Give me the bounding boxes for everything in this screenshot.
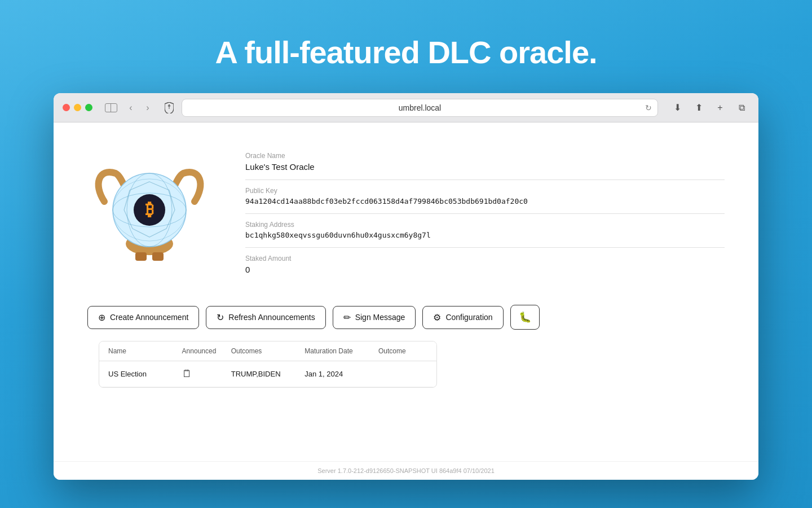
hero-title: A full-featured DLC oracle. (215, 34, 597, 71)
staked-amount-label: Staked Amount (245, 255, 725, 262)
back-button[interactable]: ‹ (124, 101, 138, 115)
oracle-name-label: Oracle Name (245, 152, 725, 160)
public-key-label: Public Key (245, 187, 725, 195)
staking-address-value: bc1qhkg580xeqvssgu60duvn6hu0x4gusxcm6y8g… (245, 231, 725, 239)
maximize-button[interactable] (85, 104, 92, 111)
refresh-icon: ↻ (645, 103, 652, 112)
cell-maturation-date: Jan 1, 2024 (304, 370, 378, 378)
action-buttons: ⊕ Create Announcement ↻ Refresh Announce… (87, 305, 725, 330)
cell-outcomes: TRUMP,BIDEN (231, 370, 305, 378)
forward-button[interactable]: › (141, 101, 155, 115)
staking-address-label: Staking Address (245, 221, 725, 229)
sign-message-label: Sign Message (355, 313, 405, 322)
configuration-button[interactable]: ⚙ Configuration (422, 306, 503, 329)
sidebar-toggle-button[interactable] (105, 103, 117, 112)
cell-name: US Election (108, 370, 182, 378)
public-key-value: 94a1204cd14aa88bdcf03eb2fccd063158d4af79… (245, 197, 725, 205)
col-header-maturation: Maturation Date (304, 347, 378, 355)
create-announcement-label: Create Announcement (110, 313, 188, 322)
announcements-table: Name Announced Outcomes Maturation Date … (99, 341, 437, 388)
table-row[interactable]: US Election 🗒 TRUMP,BIDEN Jan 1, 2024 (99, 361, 436, 387)
oracle-name-field: Oracle Name Luke's Test Oracle (245, 145, 725, 180)
new-tab-icon[interactable]: + (712, 100, 728, 116)
debug-button[interactable]: 🐛 (510, 305, 540, 330)
footer-text: Server 1.7.0-212-d9126650-SNAPSHOT UI 86… (317, 467, 495, 474)
col-header-announced: Announced (182, 347, 231, 355)
url-display: umbrel.local (399, 103, 441, 112)
col-header-outcomes: Outcomes (231, 347, 305, 355)
refresh-announcements-label: Refresh Announcements (228, 313, 315, 322)
svg-text:₿: ₿ (145, 200, 154, 218)
col-header-outcome: Outcome (378, 347, 427, 355)
announcement-icon: 🗒 (182, 368, 192, 379)
bug-icon: 🐛 (519, 311, 531, 323)
oracle-fields: Oracle Name Luke's Test Oracle Public Ke… (245, 145, 725, 282)
public-key-field: Public Key 94a1204cd14aa88bdcf03eb2fccd0… (245, 180, 725, 214)
staked-amount-value: 0 (245, 265, 725, 274)
plus-circle-icon: ⊕ (98, 312, 105, 323)
browser-window: ‹ › umbrel.local ↻ ⬇ ⬆ + ⧉ (54, 93, 758, 480)
oracle-name-value: Luke's Test Oracle (245, 162, 725, 172)
oracle-logo: ₿ (87, 145, 211, 275)
browser-nav: ‹ › (124, 101, 155, 115)
browser-actions: ⬇ ⬆ + ⧉ (669, 100, 749, 116)
sign-message-button[interactable]: ✏ Sign Message (333, 306, 416, 329)
traffic-lights (63, 104, 92, 111)
browser-chrome: ‹ › umbrel.local ↻ ⬇ ⬆ + ⧉ (54, 93, 758, 122)
configuration-label: Configuration (445, 313, 492, 322)
refresh-icon: ↻ (217, 312, 224, 323)
staked-amount-field: Staked Amount 0 (245, 248, 725, 282)
address-bar[interactable]: umbrel.local ↻ (182, 99, 658, 117)
shield-icon (164, 102, 175, 114)
sign-icon: ✏ (343, 312, 351, 323)
page-footer: Server 1.7.0-212-d9126650-SNAPSHOT UI 86… (54, 461, 758, 480)
close-button[interactable] (63, 104, 70, 111)
svg-rect-2 (152, 252, 164, 261)
staking-address-field: Staking Address bc1qhkg580xeqvssgu60duvn… (245, 214, 725, 248)
cell-announced: 🗒 (182, 368, 231, 380)
share-icon[interactable]: ⬆ (691, 100, 707, 116)
col-header-name: Name (108, 347, 182, 355)
page-content: ₿ Oracle Name Luke's Test Oracle Public … (54, 122, 758, 461)
minimize-button[interactable] (74, 104, 81, 111)
svg-rect-1 (135, 252, 147, 261)
tools-icon: ⚙ (433, 312, 441, 323)
create-announcement-button[interactable]: ⊕ Create Announcement (87, 306, 199, 329)
download-icon[interactable]: ⬇ (669, 100, 685, 116)
oracle-section: ₿ Oracle Name Luke's Test Oracle Public … (87, 145, 725, 282)
table-header: Name Announced Outcomes Maturation Date … (99, 341, 436, 361)
tabs-icon[interactable]: ⧉ (734, 100, 749, 116)
refresh-announcements-button[interactable]: ↻ Refresh Announcements (206, 306, 325, 329)
